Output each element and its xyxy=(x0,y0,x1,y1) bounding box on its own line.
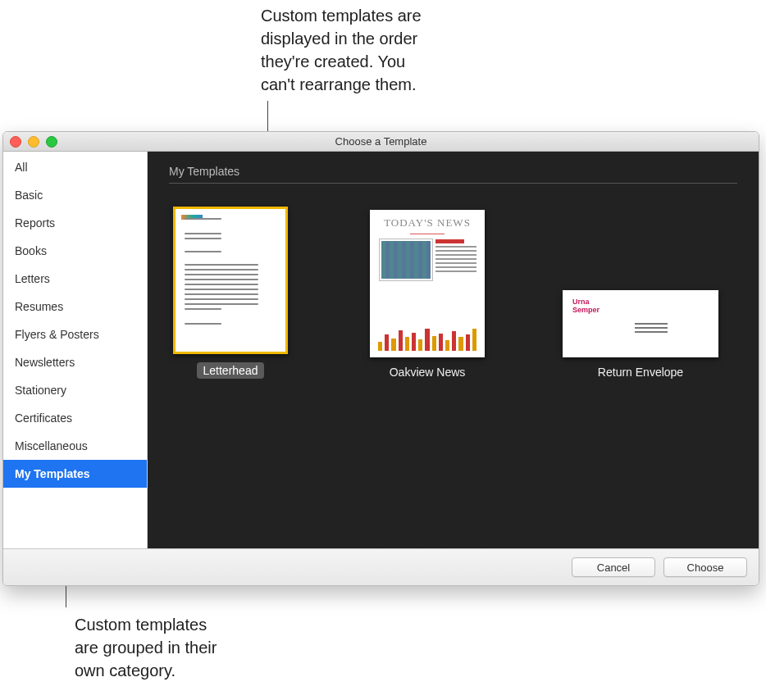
sidebar-item-all[interactable]: All xyxy=(3,153,147,181)
sidebar-item-resumes[interactable]: Resumes xyxy=(3,293,147,320)
sidebar-item-reports[interactable]: Reports xyxy=(3,209,147,237)
window-body: All Basic Reports Books Letters Resumes … xyxy=(3,152,759,548)
sidebar-item-misc[interactable]: Miscellaneous xyxy=(3,432,147,460)
news-headline: TODAY'S NEWS xyxy=(370,216,485,230)
callout-top: Custom templates are displayed in the or… xyxy=(261,4,490,96)
window-title: Choose a Template xyxy=(3,135,759,148)
template-return-envelope[interactable]: Urna Semper Return Envelope xyxy=(563,290,718,379)
sidebar-item-certificates[interactable]: Certificates xyxy=(3,404,147,432)
callout-bottom: Custom templates are grouped in their ow… xyxy=(75,613,288,682)
template-letterhead-label: Letterhead xyxy=(197,362,265,379)
envelope-sender-last: Semper xyxy=(572,306,600,314)
envelope-sender: Urna Semper xyxy=(572,298,600,315)
news-column xyxy=(435,239,476,272)
sidebar-item-letters[interactable]: Letters xyxy=(3,265,147,293)
section-title: My Templates xyxy=(169,152,737,183)
template-row: Letterhead TODAY'S NEWS ━━━━━━━━━━━━━━ xyxy=(169,207,737,379)
envelope-address-lines xyxy=(635,323,668,333)
template-return-envelope-label: Return Envelope xyxy=(598,366,683,379)
sidebar-item-my-templates[interactable]: My Templates xyxy=(3,460,147,488)
template-oakview-news-thumb[interactable]: TODAY'S NEWS ━━━━━━━━━━━━━━ xyxy=(370,210,485,357)
template-oakview-news[interactable]: TODAY'S NEWS ━━━━━━━━━━━━━━ xyxy=(366,210,489,379)
sidebar-item-books[interactable]: Books xyxy=(3,237,147,265)
close-icon[interactable] xyxy=(10,136,21,148)
window-titlebar: Choose a Template xyxy=(3,132,759,152)
news-bars-icon xyxy=(378,328,476,351)
sidebar-item-newsletters[interactable]: Newsletters xyxy=(3,348,147,376)
window-footer: Cancel Choose xyxy=(3,548,759,585)
letter-preview-lines xyxy=(185,218,276,343)
window-traffic-lights xyxy=(3,136,57,148)
template-return-envelope-thumb[interactable]: Urna Semper xyxy=(563,290,718,357)
zoom-icon[interactable] xyxy=(46,136,57,148)
template-oakview-news-label: Oakview News xyxy=(390,366,466,379)
photo-icon xyxy=(380,239,432,280)
template-grid: My Templates xyxy=(148,152,759,548)
template-chooser-window: Choose a Template All Basic Reports Book… xyxy=(2,131,759,586)
sidebar-item-stationery[interactable]: Stationery xyxy=(3,376,147,404)
minimize-icon[interactable] xyxy=(28,136,39,148)
sidebar-item-basic[interactable]: Basic xyxy=(3,181,147,209)
cancel-button[interactable]: Cancel xyxy=(572,557,655,577)
news-subhead: ━━━━━━━━━━━━━━ xyxy=(376,231,478,236)
template-categories-sidebar: All Basic Reports Books Letters Resumes … xyxy=(3,152,148,548)
choose-button[interactable]: Choose xyxy=(663,557,747,577)
section-divider xyxy=(169,183,737,184)
sidebar-item-flyers[interactable]: Flyers & Posters xyxy=(3,320,147,348)
envelope-sender-first: Urna xyxy=(572,298,590,306)
template-letterhead[interactable]: Letterhead xyxy=(169,207,292,379)
template-letterhead-thumb[interactable] xyxy=(173,207,288,354)
